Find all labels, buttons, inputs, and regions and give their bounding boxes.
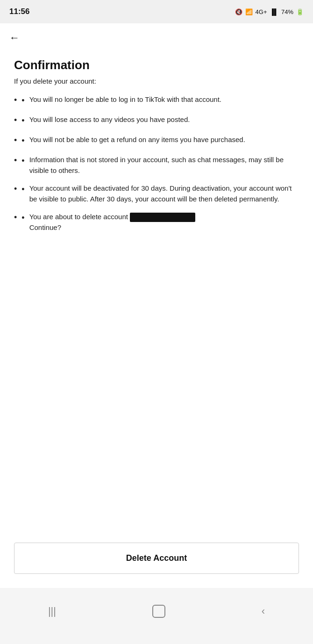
bullet-list: • You will no longer be able to log in t…: [14, 94, 299, 233]
bullet-text: You will not be able to get a refund on …: [29, 135, 245, 145]
bullet-dot: •: [21, 114, 24, 127]
last-bullet-suffix: Continue?: [29, 223, 61, 231]
status-time: 11:56: [9, 7, 29, 16]
content-area: Confirmation If you delete your account:…: [0, 49, 313, 533]
list-item: • Information that is not stored in your…: [14, 155, 299, 176]
bullet-text: You will lose access to any videos you h…: [29, 114, 190, 125]
redacted-username: [130, 213, 195, 222]
back-arrow-icon[interactable]: ←: [9, 32, 20, 43]
bullet-dot: •: [21, 212, 24, 224]
mute-icon: 🔇: [235, 8, 242, 15]
last-bullet-prefix: You are about to delete account: [29, 213, 128, 221]
bullet-text-last: You are about to delete account Continue…: [29, 212, 195, 233]
nav-home-icon[interactable]: [152, 605, 165, 618]
signal-icon: ▐▌: [270, 8, 278, 15]
back-button[interactable]: ←: [0, 23, 313, 49]
status-bar: 11:56 🔇 📶 4G+ ▐▌ 74% 🔋: [0, 0, 313, 23]
battery-graphic: 🔋: [296, 8, 304, 15]
main-screen: ← Confirmation If you delete your accoun…: [0, 23, 313, 588]
list-item: • You will no longer be able to log in t…: [14, 94, 299, 107]
delete-account-button[interactable]: Delete Account: [14, 543, 299, 574]
list-item: • You will not be able to get a refund o…: [14, 135, 299, 147]
nav-back-icon[interactable]: ‹: [262, 605, 265, 617]
list-item: • Your account will be deactivated for 3…: [14, 183, 299, 204]
bullet-dot: •: [21, 94, 24, 107]
bullet-text: Your account will be deactivated for 30 …: [29, 183, 299, 204]
list-item: • You will lose access to any videos you…: [14, 114, 299, 127]
bullet-text: Information that is not stored in your a…: [29, 155, 299, 176]
status-icons: 🔇 📶 4G+ ▐▌ 74% 🔋: [235, 8, 304, 15]
page-title: Confirmation: [14, 58, 299, 72]
bullet-dot: •: [21, 155, 24, 167]
bullet-text: You will no longer be able to log in to …: [29, 94, 221, 105]
delete-button-container: Delete Account: [0, 533, 313, 588]
bottom-nav: ||| ‹: [0, 588, 313, 644]
nav-menu-icon[interactable]: |||: [48, 605, 56, 617]
wifi-icon: 📶: [245, 8, 253, 15]
network-icon: 4G+: [256, 8, 267, 15]
page-subtitle: If you delete your account:: [14, 77, 299, 85]
list-item-last: • You are about to delete account Contin…: [14, 212, 299, 233]
bullet-dot: •: [21, 183, 24, 196]
battery-icon: 74%: [281, 8, 293, 15]
bullet-dot: •: [21, 135, 24, 147]
